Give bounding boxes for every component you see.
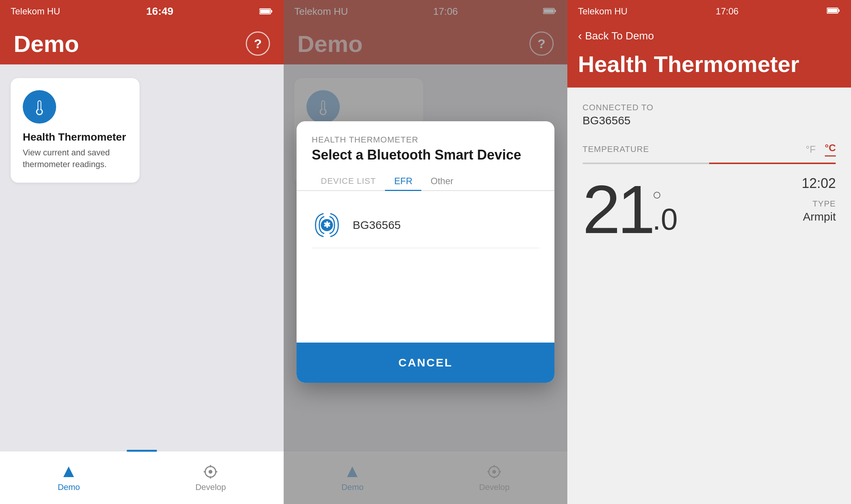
unit-c[interactable]: °C xyxy=(825,142,836,157)
temp-unit-row: TEMPERATURE °F °C xyxy=(583,142,836,157)
status-icons-3 xyxy=(827,6,840,17)
device-name: BG36565 xyxy=(353,219,401,232)
svg-rect-5 xyxy=(38,101,41,110)
svg-rect-32 xyxy=(838,9,840,12)
panel-3: Telekom HU 17:06 ‹ Back To Demo Health T… xyxy=(567,0,851,504)
temp-row: 21 ○ .0 12:02 TYPE Armpit xyxy=(583,175,836,244)
svg-rect-31 xyxy=(827,9,837,13)
header-1: Demo ? xyxy=(0,23,284,64)
temp-decimal: .0 xyxy=(652,202,678,237)
bluetooth-modal: HEALTH THERMOMETER Select a Bluetooth Sm… xyxy=(297,121,554,383)
modal-overlay: HEALTH THERMOMETER Select a Bluetooth Sm… xyxy=(284,0,567,504)
svg-rect-2 xyxy=(271,10,272,13)
connected-label: CONNECTED TO xyxy=(583,103,836,113)
time-3: 17:06 xyxy=(716,6,738,17)
panel-1: Telekom HU 16:49 Demo ? xyxy=(0,0,284,504)
bluetooth-scanning-icon: ✱ xyxy=(312,210,342,240)
temp-unit-slider xyxy=(583,163,836,164)
svg-point-6 xyxy=(37,110,42,114)
type-label: TYPE xyxy=(802,199,836,209)
connected-device: BG36565 xyxy=(583,114,836,127)
thermometer-icon xyxy=(30,97,49,116)
battery-icon-3 xyxy=(827,7,840,14)
unit-f[interactable]: °F xyxy=(806,144,816,155)
modal-subtitle: HEALTH THERMOMETER xyxy=(312,135,539,145)
status-bar-1: Telekom HU 16:49 xyxy=(0,0,284,23)
device-item-bg36565[interactable]: ✱ BG36565 xyxy=(312,202,539,248)
modal-header: HEALTH THERMOMETER Select a Bluetooth Sm… xyxy=(297,121,554,163)
svg-rect-7 xyxy=(66,473,72,475)
tab-indicator-1 xyxy=(127,450,157,452)
back-chevron-icon: ‹ xyxy=(578,29,582,43)
svg-text:✱: ✱ xyxy=(323,220,331,230)
tab-other[interactable]: Other xyxy=(421,172,462,190)
temp-decimal-block: ○ .0 xyxy=(652,187,678,237)
back-button[interactable]: ‹ Back To Demo xyxy=(567,23,851,49)
status-icons-1 xyxy=(259,8,273,15)
develop-icon-1 xyxy=(202,463,219,480)
bottom-nav-1: Demo Develop xyxy=(0,451,284,504)
time-1: 16:49 xyxy=(146,5,174,17)
panel3-title: Health Thermometer xyxy=(578,52,840,77)
modal-body: ✱ BG36565 xyxy=(297,191,554,343)
panel-2: Telekom HU 17:06 Demo ? xyxy=(284,0,567,504)
modal-title: Select a Bluetooth Smart Device xyxy=(312,147,539,163)
time-value: 12:02 xyxy=(802,175,836,191)
battery-icon-1 xyxy=(259,8,273,15)
tab-efr[interactable]: EFR xyxy=(385,172,421,190)
content-1: Health Thermometer View current and save… xyxy=(0,64,284,451)
carrier-3: Telekom HU xyxy=(578,6,628,17)
svg-rect-1 xyxy=(260,9,270,13)
card-title: Health Thermometer xyxy=(23,131,127,143)
temp-degree-symbol: ○ xyxy=(652,187,661,202)
demo-icon-1 xyxy=(60,463,77,480)
nav-develop-1[interactable]: Develop xyxy=(195,463,226,492)
back-label: Back To Demo xyxy=(585,30,654,42)
status-bar-3: Telekom HU 17:06 xyxy=(567,0,851,23)
cancel-button[interactable]: CANCEL xyxy=(297,343,554,383)
time-type-block: 12:02 TYPE Armpit xyxy=(802,175,836,223)
help-button-1[interactable]: ? xyxy=(246,31,270,56)
card-desc: View current and saved thermometer readi… xyxy=(23,147,127,171)
temp-display: 21 ○ .0 xyxy=(583,175,678,244)
temp-integer: 21 xyxy=(583,175,652,244)
nav-demo-1[interactable]: Demo xyxy=(58,463,80,492)
svg-point-9 xyxy=(209,470,212,474)
header-title-1: Demo xyxy=(14,30,79,57)
health-thermometer-card[interactable]: Health Thermometer View current and save… xyxy=(11,78,140,183)
card-icon xyxy=(23,90,56,124)
tab-device-list[interactable]: DEVICE LIST xyxy=(312,172,385,190)
modal-tabs: DEVICE LIST EFR Other xyxy=(297,172,554,191)
panel3-content: CONNECTED TO BG36565 TEMPERATURE °F °C 2… xyxy=(567,88,851,504)
type-value: Armpit xyxy=(802,210,836,223)
bluetooth-waves-icon: ✱ xyxy=(312,210,342,240)
carrier-1: Telekom HU xyxy=(11,6,60,17)
panel3-header: Health Thermometer xyxy=(567,49,851,88)
temperature-label: TEMPERATURE xyxy=(583,144,806,154)
